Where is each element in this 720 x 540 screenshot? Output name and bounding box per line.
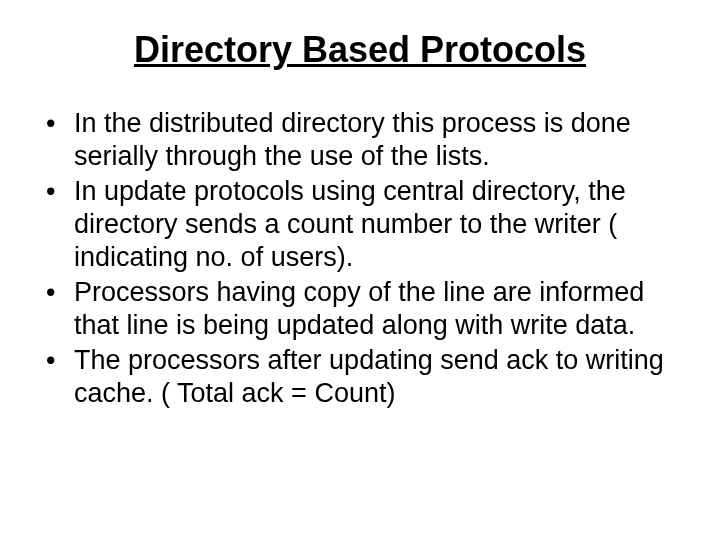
list-item: In update protocols using central direct… <box>40 175 680 274</box>
list-item: In the distributed directory this proces… <box>40 107 680 173</box>
bullet-list: In the distributed directory this proces… <box>40 107 680 409</box>
slide-title: Directory Based Protocols <box>40 28 680 71</box>
list-item: Processors having copy of the line are i… <box>40 276 680 342</box>
slide: Directory Based Protocols In the distrib… <box>0 0 720 540</box>
list-item: The processors after updating send ack t… <box>40 344 680 410</box>
